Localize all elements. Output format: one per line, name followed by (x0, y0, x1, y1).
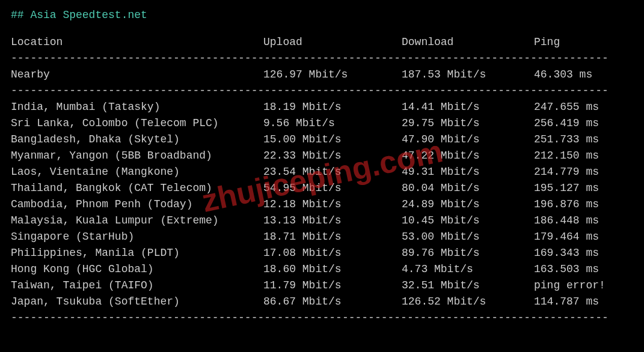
row-ping: 256.419 ms (534, 115, 599, 132)
table-row: Bangladesh, Dhaka (Skytel)15.00 Mbit/s47… (11, 132, 633, 148)
row-ping: 196.876 ms (534, 196, 599, 213)
row-download: 53.00 Mbit/s (402, 229, 534, 245)
row-upload: 54.95 Mbit/s (263, 180, 402, 196)
row-ping: 212.150 ms (534, 148, 599, 164)
table-row: Malaysia, Kuala Lumpur (Extreme)13.13 Mb… (11, 213, 633, 229)
table-row: Hong Kong (HGC Global)18.60 Mbit/s4.73 M… (11, 261, 633, 278)
row-location: Laos, Vientaine (Mangkone) (11, 164, 263, 180)
row-location: Malaysia, Kuala Lumpur (Extreme) (11, 213, 263, 229)
table-row: Japan, Tsukuba (SoftEther)86.67 Mbit/s12… (11, 294, 633, 310)
row-upload: 23.54 Mbit/s (263, 164, 402, 180)
row-ping: 186.448 ms (534, 213, 599, 229)
row-location: Cambodia, Phnom Penh (Today) (11, 196, 263, 213)
row-location: Japan, Tsukuba (SoftEther) (11, 294, 263, 310)
row-download: 32.51 Mbit/s (402, 278, 534, 294)
col-header-upload: Upload (263, 34, 402, 50)
row-upload: 18.71 Mbit/s (263, 229, 402, 245)
row-ping: 163.503 ms (534, 261, 599, 278)
nearby-download: 187.53 Mbit/s (402, 67, 534, 83)
row-upload: 13.13 Mbit/s (263, 213, 402, 229)
row-download: 126.52 Mbit/s (402, 294, 534, 310)
row-location: Thailand, Bangkok (CAT Telecom) (11, 180, 263, 196)
row-download: 29.75 Mbit/s (402, 115, 534, 132)
row-location: Myanmar, Yangon (5BB Broadband) (11, 148, 263, 164)
row-upload: 9.56 Mbit/s (263, 115, 402, 132)
row-location: India, Mumbai (Tatasky) (11, 99, 263, 115)
row-upload: 18.60 Mbit/s (263, 261, 402, 278)
table-row: Taiwan, Taipei (TAIFO)11.79 Mbit/s32.51 … (11, 278, 633, 294)
section-header: ## Asia Speedtest.net (11, 7, 633, 23)
col-header-location: Location (11, 34, 263, 50)
divider: ----------------------------------------… (11, 83, 633, 99)
col-header-download: Download (402, 34, 534, 50)
col-header-ping: Ping (534, 34, 560, 50)
row-ping: ping error! (534, 278, 606, 294)
row-ping: 214.779 ms (534, 164, 599, 180)
row-ping: 251.733 ms (534, 132, 599, 148)
row-ping: 179.464 ms (534, 229, 599, 245)
table-row: Singapore (StarHub)18.71 Mbit/s53.00 Mbi… (11, 229, 633, 245)
row-upload: 15.00 Mbit/s (263, 132, 402, 148)
table-row: India, Mumbai (Tatasky)18.19 Mbit/s14.41… (11, 99, 633, 115)
row-download: 24.89 Mbit/s (402, 196, 534, 213)
row-ping: 169.343 ms (534, 245, 599, 261)
row-upload: 12.18 Mbit/s (263, 196, 402, 213)
nearby-row: Nearby 126.97 Mbit/s 187.53 Mbit/s 46.30… (11, 67, 633, 83)
row-ping: 195.127 ms (534, 180, 599, 196)
row-location: Sri Lanka, Colombo (Telecom PLC) (11, 115, 263, 132)
row-download: 80.04 Mbit/s (402, 180, 534, 196)
divider: ----------------------------------------… (11, 310, 633, 326)
table-row: Myanmar, Yangon (5BB Broadband)22.33 Mbi… (11, 148, 633, 164)
row-ping: 114.787 ms (534, 294, 599, 310)
row-upload: 18.19 Mbit/s (263, 99, 402, 115)
row-location: Taiwan, Taipei (TAIFO) (11, 278, 263, 294)
data-rows-container: India, Mumbai (Tatasky)18.19 Mbit/s14.41… (11, 99, 633, 310)
nearby-location: Nearby (11, 67, 263, 83)
table-row: Laos, Vientaine (Mangkone)23.54 Mbit/s49… (11, 164, 633, 180)
row-ping: 247.655 ms (534, 99, 599, 115)
row-download: 14.41 Mbit/s (402, 99, 534, 115)
table-row: Philippines, Manila (PLDT)17.08 Mbit/s89… (11, 245, 633, 261)
row-upload: 86.67 Mbit/s (263, 294, 402, 310)
row-location: Singapore (StarHub) (11, 229, 263, 245)
row-download: 47.22 Mbit/s (402, 148, 534, 164)
table-row: Cambodia, Phnom Penh (Today)12.18 Mbit/s… (11, 196, 633, 213)
table-row: Thailand, Bangkok (CAT Telecom)54.95 Mbi… (11, 180, 633, 196)
table-row: Sri Lanka, Colombo (Telecom PLC)9.56 Mbi… (11, 115, 633, 132)
row-download: 10.45 Mbit/s (402, 213, 534, 229)
row-download: 49.31 Mbit/s (402, 164, 534, 180)
row-download: 4.73 Mbit/s (402, 261, 534, 278)
row-upload: 22.33 Mbit/s (263, 148, 402, 164)
nearby-upload: 126.97 Mbit/s (263, 67, 402, 83)
row-download: 89.76 Mbit/s (402, 245, 534, 261)
row-download: 47.90 Mbit/s (402, 132, 534, 148)
row-upload: 11.79 Mbit/s (263, 278, 402, 294)
table-header-row: Location Upload Download Ping (11, 34, 633, 50)
divider: ----------------------------------------… (11, 50, 633, 67)
row-upload: 17.08 Mbit/s (263, 245, 402, 261)
row-location: Philippines, Manila (PLDT) (11, 245, 263, 261)
row-location: Bangladesh, Dhaka (Skytel) (11, 132, 263, 148)
row-location: Hong Kong (HGC Global) (11, 261, 263, 278)
nearby-ping: 46.303 ms (534, 67, 592, 83)
